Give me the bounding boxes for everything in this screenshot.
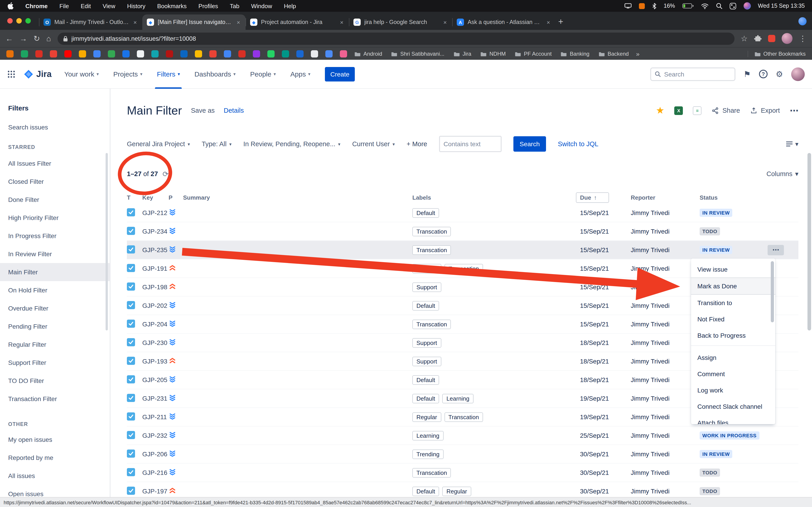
help-icon[interactable]: ? [759,70,768,78]
issue-reporter[interactable]: Jimmy Trivedi [631,209,700,216]
browser-tab[interactable]: O Mail - Jimmy Trivedi - Outlook × [39,14,142,30]
sidebar-filter-item[interactable]: All Issues Filter [0,154,110,172]
window-minimize-button[interactable] [16,18,22,23]
menubar-item[interactable]: Chrome [26,2,48,9]
bookmark-favicon[interactable] [195,50,202,57]
sidebar-scrollbar-thumb[interactable] [106,153,108,331]
bookmark-favicon[interactable] [108,50,115,57]
bookmarks-overflow-icon[interactable]: » [636,50,640,57]
filter-dropdown[interactable]: Current User ▾ [352,140,395,148]
bookmark-folder[interactable]: Backend [599,51,629,57]
issue-key[interactable]: GJP-212 [142,209,168,216]
issue-reporter[interactable]: Jimmy Trivedi [631,376,700,383]
label-chip[interactable]: Support [412,338,441,347]
browser-tab[interactable]: G jira help - Google Search × [349,14,452,30]
table-row[interactable]: GJP-235 Transcation 15/Sep/21 Jimmy Triv… [127,241,798,260]
tab-close-icon[interactable]: × [133,19,138,25]
label-chip[interactable]: Transcation [412,245,451,255]
more-actions-button[interactable]: ⋯ [790,105,798,116]
bookmark-folder[interactable]: Android [354,51,382,57]
more-filters-button[interactable]: + More [406,140,427,148]
issue-key[interactable]: GJP-216 [142,469,168,476]
contains-text-input[interactable] [439,136,502,152]
label-chip[interactable]: Regular [412,412,441,422]
issue-key[interactable]: GJP-211 [142,413,168,420]
label-chip[interactable]: Learning [412,431,443,440]
bookmark-favicon[interactable] [282,50,289,57]
announcement-icon[interactable]: ⚑ [743,70,751,78]
issue-key[interactable]: GJP-191 [142,265,168,272]
row-actions-meatball-button[interactable]: ⋯ [768,245,784,255]
col-header-priority[interactable]: P [168,194,183,201]
menu-item[interactable]: Assign [691,349,775,366]
bookmark-favicon[interactable] [35,50,43,57]
issue-reporter[interactable]: Jimmy Trivedi [631,246,700,253]
sidebar-filter-item[interactable]: Main Filter [0,263,110,281]
label-chip[interactable]: Transcation [412,227,451,236]
bookmark-folder[interactable]: PF Account [515,51,552,57]
menubar-item[interactable]: Window [251,2,272,9]
label-chip[interactable]: Regular [412,264,441,273]
issue-key[interactable]: GJP-232 [142,432,168,439]
issue-key[interactable]: GJP-231 [142,395,168,402]
bookmark-favicon[interactable] [267,50,274,57]
spotlight-search-icon[interactable] [716,3,722,9]
label-chip[interactable]: Support [412,356,441,366]
menu-item[interactable]: Transition to [691,295,775,311]
label-chip[interactable]: Learning [442,394,473,403]
bluetooth-icon[interactable] [652,2,656,9]
sidebar-filter-item[interactable]: Reported by me [0,449,110,467]
tab-close-icon[interactable]: × [236,19,241,25]
sidebar-filter-item[interactable]: Transaction Filter [0,390,110,408]
jira-nav-item[interactable]: Your work ▾ [62,60,101,89]
bookmark-favicon[interactable] [296,50,304,57]
extensions-puzzle-icon[interactable] [754,35,762,42]
label-chip[interactable]: Default [412,375,439,385]
page-scrollbar-thumb[interactable] [807,153,811,331]
label-chip[interactable]: Transcation [444,264,483,273]
issue-reporter[interactable]: Jimmy Trivedi [631,432,700,439]
bookmark-favicon[interactable] [93,50,101,57]
browser-menu-icon[interactable]: ⋮ [799,35,807,42]
window-zoom-button[interactable] [26,18,31,23]
sidebar-filter-item[interactable]: Overdue Filter [0,299,110,317]
filter-dropdown[interactable]: Type: All ▾ [202,140,232,148]
menubar-item[interactable]: Edit [81,2,91,9]
refresh-icon[interactable]: ⟳ [162,170,168,178]
new-tab-button[interactable]: + [558,17,563,26]
issue-reporter[interactable]: Jimmy Trivedi [631,488,700,495]
bookmark-favicon[interactable] [224,50,231,57]
jira-user-avatar[interactable] [791,67,805,81]
bookmark-favicon[interactable] [151,50,159,57]
col-header-labels[interactable]: Labels [412,194,580,201]
menu-item[interactable]: Mark as Done [691,278,775,295]
bookmark-favicon[interactable] [79,50,86,57]
label-chip[interactable]: Default [412,208,439,218]
issue-key[interactable]: GJP-230 [142,339,168,346]
sidebar-filter-item[interactable]: All issues [0,467,110,485]
issue-key[interactable]: GJP-197 [142,488,168,495]
bookmark-favicon[interactable] [21,50,28,57]
menu-item[interactable]: Attach files [691,415,775,424]
bookmark-favicon[interactable] [238,50,246,57]
issue-reporter[interactable]: Jimmy Trivedi [631,413,700,420]
col-header-reporter[interactable]: Reporter [631,194,700,201]
browser-tab[interactable]: ◆ [Main Filter] Issue navigator - ... × [142,14,246,30]
wifi-icon[interactable] [701,3,708,9]
col-header-key[interactable]: Key [142,194,168,201]
bookmark-favicon[interactable] [340,50,347,57]
sidebar-filter-item[interactable]: My open issues [0,431,110,449]
issue-reporter[interactable]: Jimmy Trivedi [631,339,700,346]
bookmark-folder[interactable]: Jira [454,51,471,57]
menu-scrollbar-thumb[interactable] [771,261,774,322]
col-header-status[interactable]: Status [700,194,798,201]
sidebar-filter-item[interactable]: High Priority Filter [0,209,110,227]
excel-export-icon[interactable]: X [674,106,683,115]
menu-item[interactable]: Comment [691,366,775,382]
settings-gear-icon[interactable]: ⚙ [776,70,783,78]
bookmark-favicon[interactable] [180,50,188,57]
table-row[interactable]: GJP-212 Default 15/Sep/21 Jimmy Trivedi [127,204,798,222]
bookmark-star-icon[interactable]: ☆ [741,35,748,42]
menu-item[interactable]: Back to Progress [691,327,775,344]
label-chip[interactable]: Default [412,487,439,496]
